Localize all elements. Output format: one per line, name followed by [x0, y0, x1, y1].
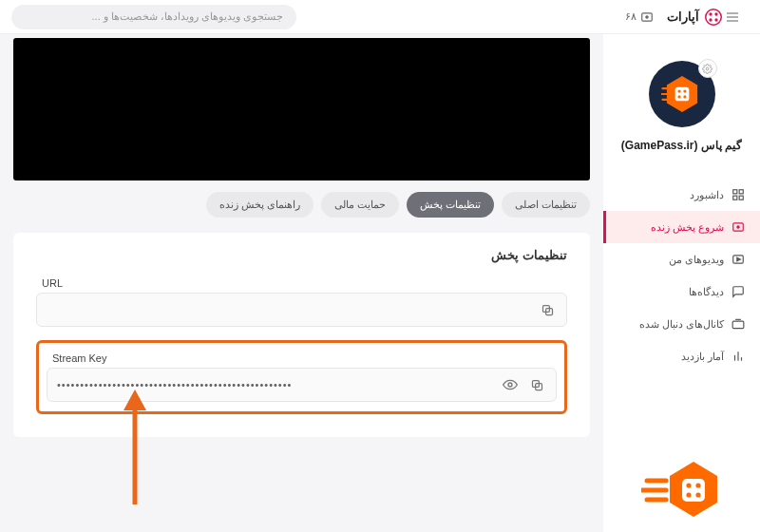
- sidebar-item-label: داشبورد: [690, 189, 724, 201]
- svg-point-3: [706, 9, 722, 25]
- copy-icon: [541, 303, 555, 317]
- svg-point-15: [677, 95, 680, 98]
- avatar-wrap: [649, 61, 715, 127]
- svg-point-14: [683, 89, 686, 92]
- channel-name: گیم پاس (GamePass.ir): [621, 139, 742, 152]
- points-count: ۶۸: [625, 10, 636, 23]
- copy-key-button[interactable]: [527, 375, 546, 394]
- sidebar: گیم پاس (GamePass.ir) داشبورد شروع پخش ز…: [603, 34, 760, 532]
- svg-rect-12: [674, 87, 689, 102]
- tab-stream-settings[interactable]: تنظیمات پخش: [407, 192, 494, 218]
- main-content: تنظیمات اصلی تنظیمات پخش حمایت مالی راهن…: [0, 34, 603, 532]
- channel-logo-icon: [661, 73, 703, 115]
- svg-rect-28: [732, 321, 744, 329]
- svg-point-16: [683, 95, 686, 98]
- menu-icon[interactable]: [722, 7, 743, 28]
- svg-point-36: [686, 492, 691, 497]
- search-input[interactable]: جستجوی ویدیوهای رویدادها، شخصیت‌ها و ...: [11, 5, 296, 29]
- sidebar-item-label: کانال‌های دنبال شده: [639, 318, 724, 331]
- tab-main-settings[interactable]: تنظیمات اصلی: [502, 192, 590, 218]
- svg-point-37: [695, 492, 700, 497]
- sidebar-item-live[interactable]: شروع پخش زنده: [603, 211, 760, 243]
- svg-rect-21: [739, 190, 743, 194]
- svg-marker-27: [737, 257, 741, 261]
- search-placeholder: جستجوی ویدیوهای رویدادها، شخصیت‌ها و ...: [92, 10, 283, 23]
- stream-settings-card: تنظیمات پخش URL Stream Key •••••••••••••…: [13, 233, 590, 437]
- svg-rect-20: [733, 190, 737, 194]
- tab-live-guide[interactable]: راهنمای پخش زنده: [206, 192, 314, 218]
- copy-icon: [530, 378, 544, 392]
- gear-icon[interactable]: [698, 59, 717, 78]
- svg-point-13: [677, 89, 680, 92]
- comments-icon: [732, 285, 745, 298]
- points-badge[interactable]: ۶۸: [625, 10, 654, 24]
- stats-icon: [732, 350, 745, 363]
- sidebar-item-stats[interactable]: آمار بازدید: [603, 340, 760, 372]
- sidebar-item-followed[interactable]: کانال‌های دنبال شده: [603, 308, 760, 340]
- svg-point-9: [646, 15, 648, 17]
- svg-point-34: [686, 483, 691, 487]
- footer-logo: [639, 456, 725, 522]
- reveal-key-button[interactable]: [501, 375, 520, 394]
- tab-donation[interactable]: حمایت مالی: [321, 192, 399, 218]
- copy-url-button[interactable]: [538, 300, 557, 319]
- video-player[interactable]: [13, 38, 590, 180]
- svg-point-7: [714, 18, 717, 21]
- svg-point-6: [709, 18, 712, 21]
- svg-rect-22: [733, 196, 737, 200]
- sidebar-item-label: شروع پخش زنده: [651, 221, 724, 234]
- sidebar-item-label: دیدگاه‌ها: [689, 286, 724, 298]
- eye-icon: [503, 377, 518, 392]
- svg-point-4: [709, 12, 712, 15]
- videos-icon: [732, 253, 745, 266]
- sidebar-item-dashboard[interactable]: داشبورد: [603, 179, 760, 211]
- svg-rect-33: [682, 479, 705, 502]
- url-label: URL: [42, 277, 567, 289]
- brand[interactable]: آپارات: [667, 9, 722, 26]
- svg-rect-23: [739, 196, 743, 200]
- svg-point-5: [714, 12, 717, 15]
- stream-key-value: ••••••••••••••••••••••••••••••••••••••••…: [57, 379, 493, 390]
- top-bar: آپارات ۶۸ جستجوی ویدیوهای رویدادها، شخصی…: [0, 0, 760, 34]
- channels-icon: [732, 317, 745, 331]
- svg-point-35: [695, 483, 700, 487]
- card-title: تنظیمات پخش: [36, 248, 567, 262]
- url-field: [36, 293, 567, 327]
- stream-key-label: Stream Key: [52, 352, 557, 364]
- stream-key-field: ••••••••••••••••••••••••••••••••••••••••…: [47, 368, 557, 402]
- tabs: تنظیمات اصلی تنظیمات پخش حمایت مالی راهن…: [13, 192, 590, 218]
- svg-point-10: [706, 67, 709, 70]
- aparat-logo-icon: [705, 9, 722, 26]
- stream-key-highlight: Stream Key •••••••••••••••••••••••••••••…: [36, 340, 567, 414]
- live-icon: [732, 220, 745, 234]
- sidebar-item-comments[interactable]: دیدگاه‌ها: [603, 276, 760, 308]
- svg-point-43: [508, 383, 512, 387]
- brand-name: آپارات: [667, 10, 699, 24]
- sidebar-item-videos[interactable]: ویدیوهای من: [603, 243, 760, 276]
- svg-point-25: [737, 226, 739, 228]
- gamepass-logo-icon: [641, 458, 723, 521]
- dashboard-icon: [732, 188, 745, 201]
- sidebar-item-label: آمار بازدید: [681, 351, 724, 363]
- points-icon: [640, 10, 654, 24]
- sidebar-item-label: ویدیوهای من: [669, 254, 724, 266]
- sidebar-nav: داشبورد شروع پخش زنده ویدیوهای من دیدگاه…: [603, 179, 760, 372]
